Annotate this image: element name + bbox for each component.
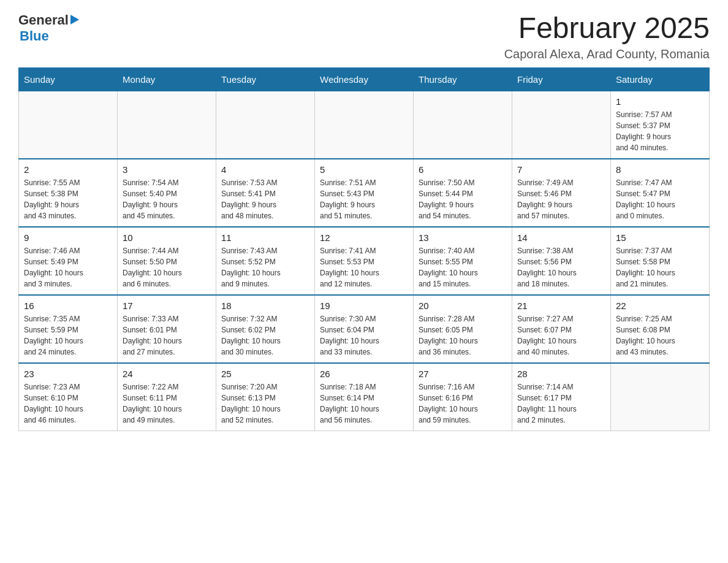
calendar-week-row: 2Sunrise: 7:55 AM Sunset: 5:38 PM Daylig… xyxy=(19,159,710,227)
day-info: Sunrise: 7:54 AM Sunset: 5:40 PM Dayligh… xyxy=(123,177,211,221)
day-info: Sunrise: 7:41 AM Sunset: 5:53 PM Dayligh… xyxy=(320,245,408,289)
weekday-header-row: SundayMondayTuesdayWednesdayThursdayFrid… xyxy=(19,67,710,91)
calendar-week-row: 23Sunrise: 7:23 AM Sunset: 6:10 PM Dayli… xyxy=(19,363,710,431)
calendar-cell xyxy=(216,91,315,159)
weekday-header-tuesday: Tuesday xyxy=(216,67,315,91)
day-info: Sunrise: 7:46 AM Sunset: 5:49 PM Dayligh… xyxy=(24,245,112,289)
day-number: 22 xyxy=(616,301,704,311)
calendar-cell: 17Sunrise: 7:33 AM Sunset: 6:01 PM Dayli… xyxy=(118,295,216,363)
calendar-cell: 19Sunrise: 7:30 AM Sunset: 6:04 PM Dayli… xyxy=(315,295,414,363)
day-info: Sunrise: 7:28 AM Sunset: 6:05 PM Dayligh… xyxy=(419,313,507,358)
day-number: 3 xyxy=(123,164,211,175)
day-number: 15 xyxy=(616,232,704,243)
calendar-cell: 15Sunrise: 7:37 AM Sunset: 5:58 PM Dayli… xyxy=(611,227,710,295)
location-text: Caporal Alexa, Arad County, Romania xyxy=(504,47,710,61)
day-info: Sunrise: 7:22 AM Sunset: 6:11 PM Dayligh… xyxy=(123,381,211,426)
day-number: 8 xyxy=(616,164,704,175)
day-number: 19 xyxy=(320,301,408,311)
calendar-cell xyxy=(19,91,118,159)
day-number: 18 xyxy=(221,301,309,311)
day-number: 10 xyxy=(123,232,211,243)
day-info: Sunrise: 7:32 AM Sunset: 6:02 PM Dayligh… xyxy=(221,313,309,358)
calendar-cell: 27Sunrise: 7:16 AM Sunset: 6:16 PM Dayli… xyxy=(414,363,512,431)
day-number: 2 xyxy=(24,164,112,175)
calendar-cell: 16Sunrise: 7:35 AM Sunset: 5:59 PM Dayli… xyxy=(19,295,118,363)
calendar-week-row: 16Sunrise: 7:35 AM Sunset: 5:59 PM Dayli… xyxy=(19,295,710,363)
calendar-cell xyxy=(315,91,414,159)
calendar-cell: 25Sunrise: 7:20 AM Sunset: 6:13 PM Dayli… xyxy=(216,363,315,431)
calendar-cell: 12Sunrise: 7:41 AM Sunset: 5:53 PM Dayli… xyxy=(315,227,414,295)
day-number: 11 xyxy=(221,232,309,243)
day-info: Sunrise: 7:30 AM Sunset: 6:04 PM Dayligh… xyxy=(320,313,408,358)
day-number: 20 xyxy=(419,301,507,311)
day-number: 16 xyxy=(24,301,112,311)
logo-general-text: General xyxy=(18,12,69,28)
calendar-cell xyxy=(118,91,216,159)
calendar-cell: 8Sunrise: 7:47 AM Sunset: 5:47 PM Daylig… xyxy=(611,159,710,227)
calendar-cell: 4Sunrise: 7:53 AM Sunset: 5:41 PM Daylig… xyxy=(216,159,315,227)
day-number: 26 xyxy=(320,369,408,379)
day-number: 14 xyxy=(517,232,605,243)
calendar-cell: 5Sunrise: 7:51 AM Sunset: 5:43 PM Daylig… xyxy=(315,159,414,227)
weekday-header-sunday: Sunday xyxy=(19,67,118,91)
day-info: Sunrise: 7:25 AM Sunset: 6:08 PM Dayligh… xyxy=(616,313,704,358)
day-info: Sunrise: 7:14 AM Sunset: 6:17 PM Dayligh… xyxy=(517,381,605,426)
day-info: Sunrise: 7:53 AM Sunset: 5:41 PM Dayligh… xyxy=(221,177,309,221)
calendar-cell: 9Sunrise: 7:46 AM Sunset: 5:49 PM Daylig… xyxy=(19,227,118,295)
day-info: Sunrise: 7:23 AM Sunset: 6:10 PM Dayligh… xyxy=(24,381,112,426)
page-header: General Blue February 2025 Caporal Alexa… xyxy=(18,12,710,61)
day-info: Sunrise: 7:44 AM Sunset: 5:50 PM Dayligh… xyxy=(123,245,211,289)
day-info: Sunrise: 7:20 AM Sunset: 6:13 PM Dayligh… xyxy=(221,381,309,426)
calendar-cell xyxy=(512,91,611,159)
day-number: 17 xyxy=(123,301,211,311)
day-number: 5 xyxy=(320,164,408,175)
day-number: 28 xyxy=(517,369,605,379)
day-number: 27 xyxy=(419,369,507,379)
day-info: Sunrise: 7:16 AM Sunset: 6:16 PM Dayligh… xyxy=(419,381,507,426)
day-number: 1 xyxy=(616,96,704,107)
day-number: 9 xyxy=(24,232,112,243)
weekday-header-wednesday: Wednesday xyxy=(315,67,414,91)
calendar-cell: 6Sunrise: 7:50 AM Sunset: 5:44 PM Daylig… xyxy=(414,159,512,227)
calendar-cell: 28Sunrise: 7:14 AM Sunset: 6:17 PM Dayli… xyxy=(512,363,611,431)
calendar-cell: 10Sunrise: 7:44 AM Sunset: 5:50 PM Dayli… xyxy=(118,227,216,295)
calendar-cell: 13Sunrise: 7:40 AM Sunset: 5:55 PM Dayli… xyxy=(414,227,512,295)
day-info: Sunrise: 7:43 AM Sunset: 5:52 PM Dayligh… xyxy=(221,245,309,289)
calendar-cell: 1Sunrise: 7:57 AM Sunset: 5:37 PM Daylig… xyxy=(611,91,710,159)
calendar-cell: 2Sunrise: 7:55 AM Sunset: 5:38 PM Daylig… xyxy=(19,159,118,227)
calendar-cell: 26Sunrise: 7:18 AM Sunset: 6:14 PM Dayli… xyxy=(315,363,414,431)
weekday-header-friday: Friday xyxy=(512,67,611,91)
logo: General Blue xyxy=(18,12,79,44)
day-number: 7 xyxy=(517,164,605,175)
day-info: Sunrise: 7:27 AM Sunset: 6:07 PM Dayligh… xyxy=(517,313,605,358)
weekday-header-thursday: Thursday xyxy=(414,67,512,91)
month-title: February 2025 xyxy=(504,12,710,45)
title-section: February 2025 Caporal Alexa, Arad County… xyxy=(504,12,710,61)
calendar-cell: 7Sunrise: 7:49 AM Sunset: 5:46 PM Daylig… xyxy=(512,159,611,227)
calendar-cell: 14Sunrise: 7:38 AM Sunset: 5:56 PM Dayli… xyxy=(512,227,611,295)
day-number: 25 xyxy=(221,369,309,379)
day-number: 4 xyxy=(221,164,309,175)
calendar-cell: 23Sunrise: 7:23 AM Sunset: 6:10 PM Dayli… xyxy=(19,363,118,431)
calendar-cell: 22Sunrise: 7:25 AM Sunset: 6:08 PM Dayli… xyxy=(611,295,710,363)
calendar-table: SundayMondayTuesdayWednesdayThursdayFrid… xyxy=(18,67,710,431)
svg-marker-0 xyxy=(70,15,79,25)
day-info: Sunrise: 7:47 AM Sunset: 5:47 PM Dayligh… xyxy=(616,177,704,221)
day-number: 21 xyxy=(517,301,605,311)
day-info: Sunrise: 7:37 AM Sunset: 5:58 PM Dayligh… xyxy=(616,245,704,289)
day-info: Sunrise: 7:51 AM Sunset: 5:43 PM Dayligh… xyxy=(320,177,408,221)
day-number: 12 xyxy=(320,232,408,243)
calendar-cell: 3Sunrise: 7:54 AM Sunset: 5:40 PM Daylig… xyxy=(118,159,216,227)
day-info: Sunrise: 7:49 AM Sunset: 5:46 PM Dayligh… xyxy=(517,177,605,221)
calendar-week-row: 1Sunrise: 7:57 AM Sunset: 5:37 PM Daylig… xyxy=(19,91,710,159)
day-info: Sunrise: 7:38 AM Sunset: 5:56 PM Dayligh… xyxy=(517,245,605,289)
calendar-cell xyxy=(611,363,710,431)
day-info: Sunrise: 7:33 AM Sunset: 6:01 PM Dayligh… xyxy=(123,313,211,358)
day-number: 6 xyxy=(419,164,507,175)
day-info: Sunrise: 7:40 AM Sunset: 5:55 PM Dayligh… xyxy=(419,245,507,289)
calendar-cell: 24Sunrise: 7:22 AM Sunset: 6:11 PM Dayli… xyxy=(118,363,216,431)
calendar-cell xyxy=(414,91,512,159)
day-number: 23 xyxy=(24,369,112,379)
day-info: Sunrise: 7:57 AM Sunset: 5:37 PM Dayligh… xyxy=(616,109,704,153)
logo-blue-text: Blue xyxy=(20,28,49,44)
